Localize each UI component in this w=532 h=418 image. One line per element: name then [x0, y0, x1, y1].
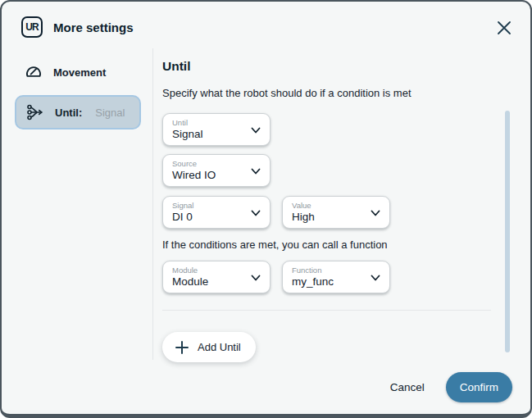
dialog-title: More settings	[53, 20, 134, 34]
more-settings-dialog: UR More settings Movement	[0, 0, 532, 418]
source-select-value: Wired IO	[172, 168, 245, 182]
until-select-value: Signal	[172, 127, 245, 141]
sidebar-item-label: Until:	[55, 107, 82, 119]
chevron-down-icon	[369, 207, 382, 220]
chevron-down-icon	[249, 271, 262, 284]
function-select-label: Function	[292, 266, 365, 275]
close-icon	[494, 18, 514, 38]
dialog-header: UR More settings	[2, 2, 530, 48]
vertical-scrollbar[interactable]	[505, 111, 510, 352]
module-select-value: Module	[172, 275, 245, 289]
chevron-down-icon	[249, 165, 262, 178]
dialog-footer: Cancel Confirm	[389, 372, 512, 402]
until-select-label: Until	[172, 118, 245, 127]
confirm-button[interactable]: Confirm	[446, 372, 512, 402]
chevron-down-icon	[249, 124, 262, 137]
add-until-button[interactable]: Add Until	[162, 332, 256, 362]
ur-logo-icon: UR	[21, 16, 43, 38]
module-select-label: Module	[172, 266, 245, 275]
value-select-label: Value	[292, 201, 365, 210]
value-select[interactable]: Value High	[282, 196, 390, 229]
close-button[interactable]	[494, 18, 514, 38]
sidebar: Movement Until:Signal	[2, 48, 153, 360]
gauge-icon	[24, 62, 43, 82]
main-panel: Until Specify what the robot should do i…	[153, 48, 530, 360]
sidebar-item-movement[interactable]: Movement	[15, 55, 141, 89]
signal-merge-icon	[25, 102, 45, 122]
value-select-value: High	[292, 210, 365, 224]
sidebar-item-until-signal[interactable]: Until:Signal	[15, 95, 141, 129]
sidebar-item-label: Movement	[53, 66, 106, 79]
until-select[interactable]: Until Signal	[162, 113, 271, 146]
function-select[interactable]: Function my_func	[282, 261, 390, 293]
page-title: Until	[162, 59, 491, 74]
source-select-label: Source	[172, 159, 245, 168]
function-hint-text: If the conditions are met, you can call …	[162, 239, 491, 251]
module-select[interactable]: Module Module	[162, 261, 271, 293]
source-select[interactable]: Source Wired IO	[162, 154, 271, 187]
signal-select-label: Signal	[172, 201, 245, 210]
signal-select[interactable]: Signal DI 0	[162, 196, 271, 229]
section-divider	[162, 310, 491, 311]
add-until-label: Add Until	[198, 341, 241, 353]
chevron-down-icon	[249, 207, 262, 220]
cancel-button[interactable]: Cancel	[389, 378, 426, 397]
page-subtitle: Specify what the robot should do if a co…	[162, 87, 491, 99]
plus-icon	[175, 340, 189, 355]
chevron-down-icon	[369, 271, 382, 284]
dialog-body: Movement Until:Signal	[2, 48, 530, 360]
signal-select-value: DI 0	[172, 210, 245, 224]
sidebar-item-sublabel: Signal	[95, 107, 125, 119]
function-select-value: my_func	[292, 275, 365, 289]
